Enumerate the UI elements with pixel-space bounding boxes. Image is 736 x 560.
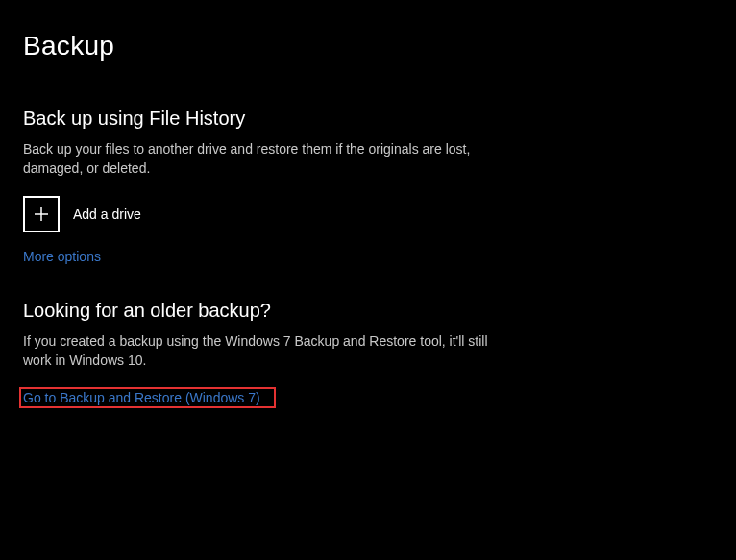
older-backup-heading: Looking for an older backup? (23, 300, 494, 322)
add-drive-label: Add a drive (73, 207, 141, 222)
plus-icon (23, 196, 60, 232)
older-backup-section: Looking for an older backup? If you crea… (23, 300, 494, 409)
add-drive-button[interactable]: Add a drive (23, 196, 494, 232)
file-history-description: Back up your files to another drive and … (23, 139, 494, 179)
page-title: Backup (23, 31, 713, 61)
file-history-section: Back up using File History Back up your … (23, 108, 494, 265)
more-options-link[interactable]: More options (23, 249, 101, 264)
older-backup-description: If you created a backup using the Window… (23, 331, 494, 371)
backup-restore-win7-link[interactable]: Go to Backup and Restore (Windows 7) (19, 387, 276, 408)
file-history-heading: Back up using File History (23, 108, 494, 130)
